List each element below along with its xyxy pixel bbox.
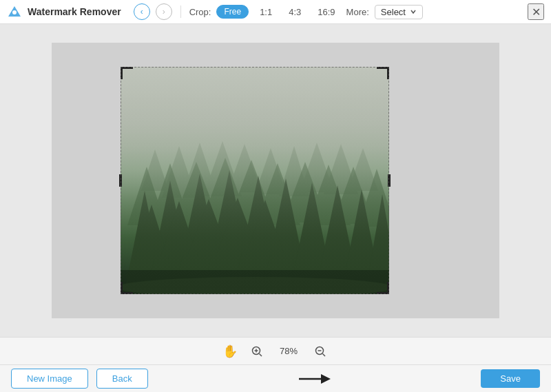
titlebar: Watermark Remover ‹ › Crop: Free 1:1 4:3… xyxy=(0,0,551,24)
zoom-in-button[interactable] xyxy=(249,343,265,360)
svg-point-1 xyxy=(12,10,17,14)
select-dropdown[interactable]: Select xyxy=(375,5,423,19)
more-label: More: xyxy=(346,7,369,17)
zoom-level: 78% xyxy=(276,346,301,356)
svg-line-46 xyxy=(323,353,326,356)
close-button[interactable]: ✕ xyxy=(528,3,544,20)
zoom-out-button[interactable] xyxy=(312,343,329,360)
nav-forward-button[interactable]: › xyxy=(156,3,172,20)
save-button[interactable]: Save xyxy=(481,369,540,388)
back-button[interactable]: Back xyxy=(96,369,148,389)
divider xyxy=(180,6,181,18)
chevron-down-icon xyxy=(410,8,417,15)
crop-label: Crop: xyxy=(189,7,211,17)
zoom-out-icon xyxy=(314,345,326,358)
main-canvas-area xyxy=(0,24,551,337)
forest-image xyxy=(121,67,389,294)
svg-marker-49 xyxy=(321,374,331,384)
image-container xyxy=(52,43,499,318)
svg-rect-40 xyxy=(121,67,389,294)
hand-tool-icon[interactable]: ✋ xyxy=(222,344,238,359)
crop-1x1-button[interactable]: 1:1 xyxy=(254,6,278,19)
nav-back-button[interactable]: ‹ xyxy=(134,3,150,20)
crop-free-button[interactable]: Free xyxy=(216,5,249,19)
crop-16x9-button[interactable]: 16:9 xyxy=(312,6,340,19)
app-title: Watermark Remover xyxy=(28,6,121,17)
svg-line-42 xyxy=(260,353,262,356)
footer-bar: New Image Back Save xyxy=(0,364,551,392)
zoom-toolbar: ✋ 78% xyxy=(0,337,551,364)
zoom-in-icon xyxy=(251,345,263,358)
arrow-icon xyxy=(298,369,332,389)
app-icon xyxy=(7,4,22,19)
crop-4x3-button[interactable]: 4:3 xyxy=(283,6,306,19)
select-label: Select xyxy=(381,7,406,17)
new-image-button[interactable]: New Image xyxy=(11,369,88,389)
